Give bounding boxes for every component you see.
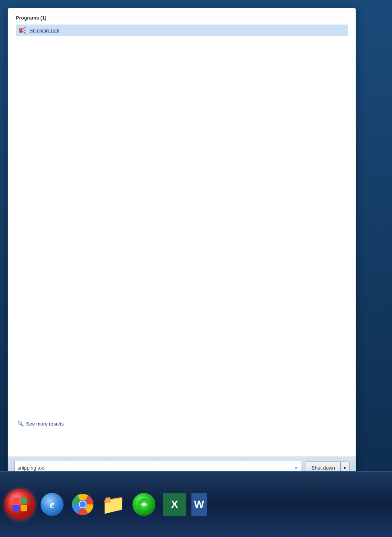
taskbar: e 📁 — [0, 471, 392, 537]
excel-icon: X — [163, 493, 186, 516]
programs-header: Programs (1) — [16, 15, 348, 21]
green-app-svg — [137, 498, 151, 511]
win-logo-yellow — [21, 505, 27, 511]
desktop: Programs (1) — [0, 0, 392, 537]
windows-logo — [13, 498, 27, 511]
taskbar-icon-excel[interactable]: X — [161, 491, 188, 518]
word-icon: W — [191, 493, 207, 516]
start-orb[interactable] — [5, 489, 35, 520]
svg-point-4 — [20, 29, 21, 30]
clear-search-icon[interactable]: × — [295, 465, 298, 471]
win-logo-red — [13, 498, 20, 504]
start-menu: Programs (1) — [8, 8, 356, 479]
programs-divider — [50, 18, 348, 18]
programs-section-title: Programs (1) — [16, 15, 46, 21]
taskbar-icon-chrome[interactable] — [69, 491, 96, 518]
green-app-icon — [132, 493, 155, 516]
win-logo-green — [21, 498, 27, 504]
ie-letter: e — [50, 498, 54, 511]
start-orb-inner — [8, 492, 33, 517]
chrome-icon — [71, 493, 94, 516]
taskbar-icon-green-app[interactable] — [130, 491, 158, 518]
snipping-tool-label: Snipping Tool — [29, 28, 59, 33]
svg-point-11 — [80, 501, 86, 508]
svg-line-3 — [22, 31, 26, 34]
see-more-results-link[interactable]: 🔍 See more results — [14, 418, 67, 429]
search-icon-small: 🔍 — [17, 421, 24, 427]
word-letter: W — [194, 498, 204, 511]
search-result-snipping-tool[interactable]: Snipping Tool — [16, 25, 348, 36]
svg-line-2 — [22, 27, 26, 30]
see-more-results-text: See more results — [26, 421, 64, 427]
search-results-area: Programs (1) — [8, 8, 356, 457]
folder-icon: 📁 — [101, 493, 125, 516]
search-input[interactable] — [18, 465, 293, 471]
taskbar-icon-internet-explorer[interactable]: e — [38, 491, 66, 518]
taskbar-icon-word[interactable]: W — [191, 491, 207, 518]
taskbar-icon-file-manager[interactable]: 📁 — [100, 491, 127, 518]
svg-point-6 — [24, 29, 26, 31]
internet-explorer-icon: e — [41, 493, 64, 516]
snipping-tool-icon — [19, 26, 26, 34]
excel-letter: X — [171, 498, 178, 511]
win-logo-blue — [13, 505, 20, 511]
svg-point-5 — [20, 31, 21, 32]
